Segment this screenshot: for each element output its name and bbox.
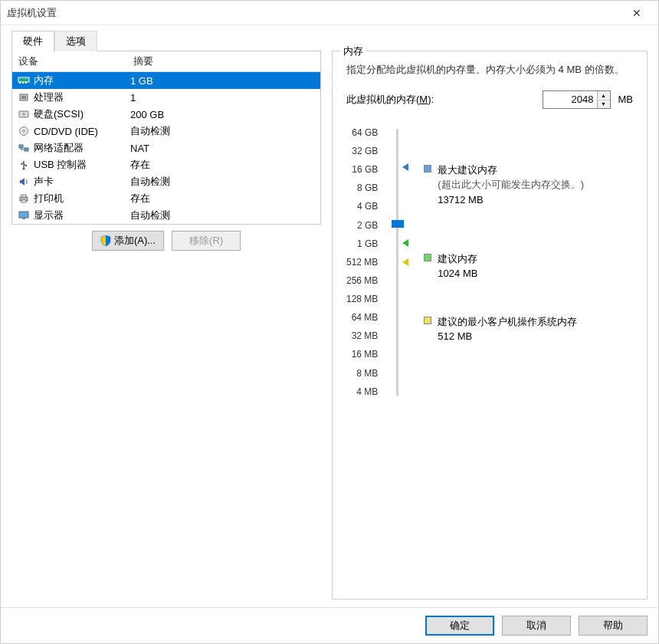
device-summary: 自动检测	[130, 175, 316, 189]
memory-input[interactable]	[543, 91, 597, 108]
legend-rec: 建议内存 1024 MB	[424, 251, 477, 281]
cancel-button[interactable]: 取消	[502, 616, 571, 636]
content: 设备 摘要 内存1 GB处理器1硬盘(SCSI)200 GBCD/DVD (ID…	[1, 51, 658, 607]
memory-spinner[interactable]: ▲ ▼	[543, 90, 611, 109]
device-row[interactable]: 处理器1	[12, 89, 320, 106]
legend-max-val: 13712 MB	[438, 192, 584, 208]
printer-icon	[17, 192, 31, 205]
network-icon	[17, 142, 31, 154]
tab-options[interactable]: 选项	[54, 31, 97, 51]
memory-icon	[17, 74, 31, 87]
device-name: 处理器	[34, 90, 130, 104]
device-row[interactable]: 打印机存在	[12, 190, 320, 207]
close-button[interactable]: ✕	[621, 2, 652, 25]
memory-panel: 内存 指定分配给此虚拟机的内存量。内存大小必须为 4 MB 的倍数。 此虚拟机的…	[332, 51, 648, 600]
device-row[interactable]: 显示器自动检测	[12, 207, 320, 224]
tick-label: 16 GB	[352, 164, 378, 175]
remove-button: 移除(R)	[172, 231, 241, 251]
tick-label: 2 GB	[357, 220, 378, 231]
window-title: 虚拟机设置	[7, 6, 621, 20]
legend-min-swatch	[424, 317, 431, 324]
svg-rect-2	[22, 82, 24, 84]
device-summary: NAT	[130, 143, 316, 154]
device-row[interactable]: 声卡自动检测	[12, 173, 320, 190]
memory-unit: MB	[618, 94, 634, 105]
spin-up-button[interactable]: ▲	[598, 91, 610, 100]
tick-label: 8 GB	[357, 182, 378, 193]
device-summary: 自动检测	[130, 124, 316, 138]
memory-input-row: 此虚拟机的内存(M): ▲ ▼ MB	[346, 90, 633, 109]
spin-down-button[interactable]: ▼	[598, 100, 610, 108]
svg-rect-5	[21, 96, 26, 99]
svg-point-12	[23, 168, 25, 170]
col-device[interactable]: 设备	[12, 51, 127, 71]
device-name: 硬盘(SCSI)	[34, 107, 130, 121]
tick-label: 128 MB	[346, 294, 378, 304]
memory-slider-area: 64 GB32 GB16 GB8 GB4 GB2 GB1 GB512 MB256…	[346, 124, 633, 400]
svg-rect-13	[25, 165, 27, 166]
help-button[interactable]: 帮助	[579, 616, 648, 636]
device-row[interactable]: 内存1 GB	[12, 72, 320, 89]
device-summary: 1 GB	[130, 75, 316, 87]
groupbox-label: 内存	[340, 44, 366, 58]
device-row[interactable]: USB 控制器存在	[12, 156, 320, 173]
tick-label: 1 GB	[357, 238, 378, 249]
add-button-label: 添加(A)...	[114, 234, 156, 248]
device-name: CD/DVD (IDE)	[34, 126, 130, 137]
legend-max-swatch	[424, 165, 431, 172]
tick-label: 32 MB	[352, 330, 379, 341]
device-list[interactable]: 内存1 GB处理器1硬盘(SCSI)200 GBCD/DVD (IDE)自动检测…	[12, 72, 320, 224]
shield-icon	[100, 235, 111, 246]
device-row[interactable]: CD/DVD (IDE)自动检测	[12, 123, 320, 140]
marker-max-icon	[402, 163, 408, 171]
device-name: 打印机	[34, 192, 130, 205]
svg-rect-17	[21, 200, 26, 202]
legend-max-title: 最大建议内存	[438, 163, 584, 178]
svg-rect-10	[19, 145, 23, 148]
device-row[interactable]: 硬盘(SCSI)200 GB	[12, 106, 320, 123]
legend-rec-val: 1024 MB	[438, 266, 477, 281]
tab-hardware[interactable]: 硬件	[11, 31, 54, 51]
device-summary: 自动检测	[130, 209, 316, 222]
slider-thumb[interactable]	[392, 220, 404, 228]
add-button[interactable]: 添加(A)...	[92, 231, 164, 251]
device-row[interactable]: 网络适配器NAT	[12, 140, 320, 156]
legend-max: 最大建议内存 (超出此大小可能发生内存交换。) 13712 MB	[424, 163, 584, 208]
col-summary[interactable]: 摘要	[127, 51, 320, 71]
legend-rec-swatch	[424, 254, 431, 261]
sound-icon	[17, 176, 31, 188]
ok-button[interactable]: 确定	[425, 616, 494, 636]
tick-label: 8 MB	[356, 368, 378, 379]
slider-ticks: 64 GB32 GB16 GB8 GB4 GB2 GB1 GB512 MB256…	[346, 124, 378, 400]
device-summary: 1	[130, 92, 316, 104]
svg-point-14	[21, 163, 22, 165]
disk-icon	[17, 108, 31, 120]
tick-label: 4 GB	[357, 201, 378, 212]
legend-min: 建议的最小客户机操作系统内存 512 MB	[424, 314, 577, 344]
cpu-icon	[17, 91, 31, 104]
svg-rect-19	[22, 218, 25, 219]
legend-min-title: 建议的最小客户机操作系统内存	[438, 314, 577, 330]
svg-rect-3	[25, 82, 27, 84]
device-name: 声卡	[34, 175, 130, 189]
slider-track[interactable]	[385, 124, 408, 400]
settings-window: 虚拟机设置 ✕ 硬件 选项 设备 摘要 内存1 GB处理器1硬盘(SCSI)20…	[0, 0, 659, 644]
tabs: 硬件 选项	[1, 25, 658, 51]
legend-max-sub: (超出此大小可能发生内存交换。)	[438, 177, 584, 192]
svg-rect-18	[19, 212, 28, 218]
cd-icon	[17, 125, 31, 137]
device-list-panel: 设备 摘要 内存1 GB处理器1硬盘(SCSI)200 GBCD/DVD (ID…	[11, 51, 321, 225]
svg-point-9	[23, 130, 25, 133]
svg-rect-1	[19, 82, 21, 84]
usb-icon	[17, 159, 31, 171]
svg-rect-16	[21, 195, 26, 197]
tick-label: 512 MB	[346, 257, 378, 268]
tick-label: 4 MB	[356, 386, 378, 397]
device-name: 内存	[34, 74, 130, 87]
device-name: 显示器	[34, 209, 130, 222]
svg-rect-0	[18, 77, 29, 82]
svg-point-7	[22, 113, 25, 116]
device-summary: 存在	[130, 158, 316, 172]
memory-label: 此虚拟机的内存(M):	[346, 93, 434, 107]
legend-rec-title: 建议内存	[438, 251, 477, 267]
